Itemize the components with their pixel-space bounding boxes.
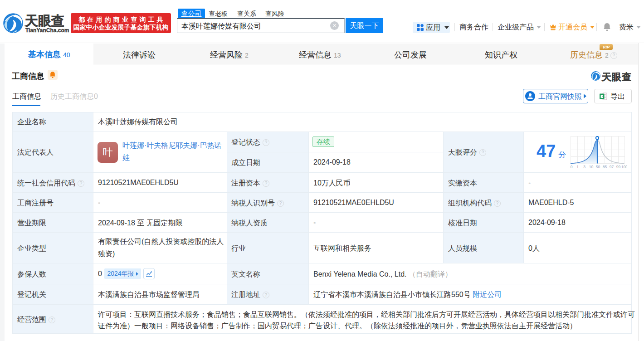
svg-text:10: 10 — [589, 165, 594, 169]
svg-text:3: 3 — [583, 165, 585, 169]
svg-text:85: 85 — [603, 165, 607, 169]
svg-text:50: 50 — [596, 165, 600, 169]
svg-text:100: 100 — [621, 165, 627, 169]
svg-text:97: 97 — [610, 165, 614, 169]
svg-text:1: 1 — [576, 165, 579, 169]
svg-text:99: 99 — [616, 165, 621, 169]
svg-text:0: 0 — [571, 165, 573, 169]
